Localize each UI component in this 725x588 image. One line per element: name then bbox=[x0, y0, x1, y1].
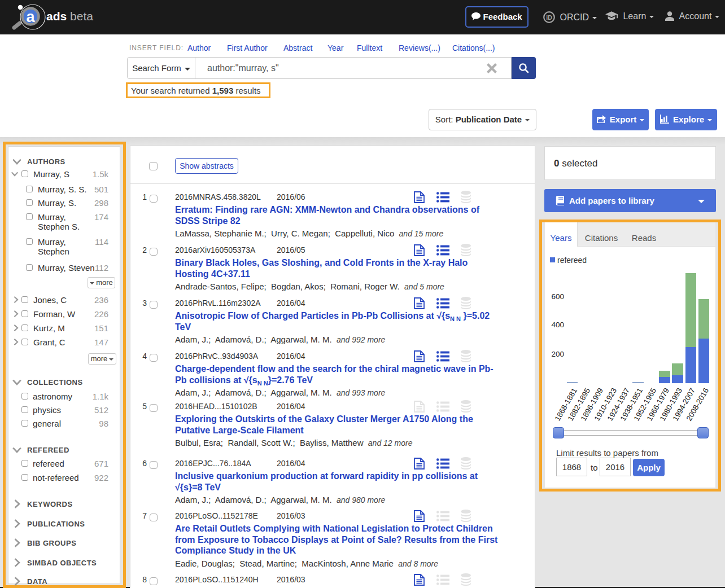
svg-text:iD: iD bbox=[546, 14, 552, 21]
svg-text:a: a bbox=[26, 8, 35, 25]
